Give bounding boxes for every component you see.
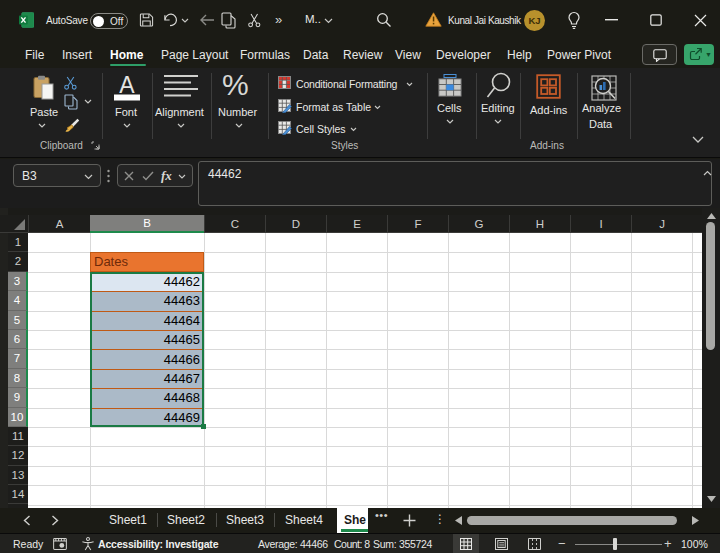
svg-text:A: A xyxy=(119,73,135,98)
